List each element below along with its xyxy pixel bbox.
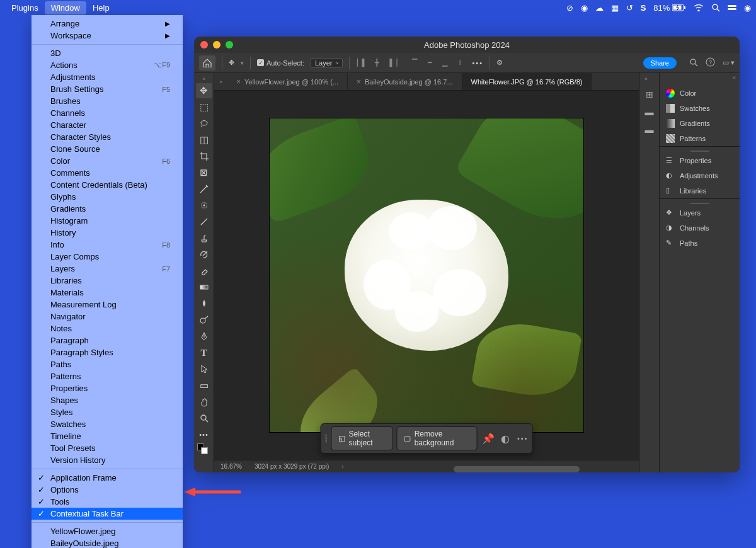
eraser-tool[interactable]: [196, 263, 212, 278]
history-brush-tool[interactable]: [196, 247, 212, 262]
menu-item-histogram[interactable]: Histogram: [32, 215, 183, 227]
menu-item-version-history[interactable]: Version History: [32, 454, 183, 466]
home-button[interactable]: [199, 55, 215, 71]
window-close-button[interactable]: [200, 41, 208, 49]
horizontal-scrollbar[interactable]: [454, 466, 580, 472]
pin-icon[interactable]: 📌: [481, 430, 495, 447]
menu-item-3d[interactable]: 3D: [32, 47, 183, 59]
menu-item-arrange[interactable]: Arrange▶: [32, 18, 183, 30]
tab-baileyoutside[interactable]: ×BaileyOutside.jpeg @ 16.7...: [348, 73, 462, 90]
menu-item-adjustments[interactable]: Adjustments: [32, 71, 183, 83]
search-icon[interactable]: [689, 58, 698, 68]
drag-handle-icon[interactable]: ┇: [324, 432, 328, 445]
align-middle-icon[interactable]: ━: [424, 57, 435, 69]
menu-item-properties[interactable]: Properties: [32, 382, 183, 394]
menu-item-paths[interactable]: Paths: [32, 358, 183, 370]
menu-item-glyphs[interactable]: Glyphs: [32, 191, 183, 203]
panel-icon[interactable]: ▬: [645, 107, 654, 117]
menu-item-layers[interactable]: LayersF7: [32, 263, 183, 275]
blur-tool[interactable]: [196, 296, 212, 311]
panel-channels[interactable]: ◑Channels: [660, 220, 740, 236]
panel-layers[interactable]: ❖Layers: [660, 205, 740, 220]
menu-item-info[interactable]: InfoF8: [32, 239, 183, 251]
spotlight-icon[interactable]: [711, 3, 720, 12]
creative-cloud-icon[interactable]: ◉: [581, 3, 588, 13]
align-right-icon[interactable]: ▐▕: [386, 57, 398, 69]
panel-properties[interactable]: ☰Properties: [660, 153, 740, 168]
contextual-task-bar[interactable]: ┇ ◱Select subject ▢Remove background 📌 ◐…: [321, 423, 533, 454]
chevron-down-icon[interactable]: ▾: [241, 60, 244, 66]
menu-item-timeline[interactable]: Timeline: [32, 430, 183, 442]
spot-healing-tool[interactable]: [196, 198, 212, 213]
transform-icon[interactable]: ◐: [498, 430, 512, 447]
foreground-background-colors[interactable]: [196, 443, 212, 457]
edit-toolbar[interactable]: •••: [196, 427, 212, 442]
brush-tool[interactable]: [196, 214, 212, 229]
pen-tool[interactable]: [196, 329, 212, 344]
control-center-icon[interactable]: [728, 4, 736, 11]
panel-icon[interactable]: ⊞: [646, 89, 653, 100]
zoom-tool[interactable]: [196, 411, 212, 426]
menu-item-styles[interactable]: Styles: [32, 406, 183, 418]
menu-item-measurement-log[interactable]: Measurement Log: [32, 299, 183, 311]
menu-item-doc-yellowflower[interactable]: YellowFlower.jpeg: [32, 525, 183, 537]
more-options-icon[interactable]: •••: [472, 59, 483, 67]
panel-color[interactable]: Color: [660, 86, 740, 101]
battery-status[interactable]: 81%: [653, 3, 686, 13]
gradient-tool[interactable]: [196, 280, 212, 295]
menu-item-content-credentials[interactable]: Content Credentials (Beta): [32, 179, 183, 191]
menu-window[interactable]: Window: [45, 1, 86, 14]
wifi-icon[interactable]: [694, 4, 704, 11]
menu-item-navigator[interactable]: Navigator: [32, 311, 183, 323]
zoom-level[interactable]: 16.67%: [220, 463, 242, 470]
move-tool-icon[interactable]: ✥: [229, 59, 234, 67]
help-icon[interactable]: ?: [706, 57, 715, 68]
tab-whiteflower[interactable]: WhiteFlower.JPG @ 16.7% (RGB/8): [462, 73, 592, 90]
window-maximize-button[interactable]: [226, 41, 233, 49]
menu-plugins[interactable]: Plugins: [5, 1, 45, 14]
panel-libraries[interactable]: ▯Libraries: [660, 183, 740, 198]
hand-tool[interactable]: [196, 394, 212, 409]
expand-tabs-icon[interactable]: »: [214, 73, 227, 90]
menu-item-patterns[interactable]: Patterns: [32, 370, 183, 382]
menu-item-brush-settings[interactable]: Brush SettingsF5: [32, 83, 183, 95]
menu-item-tool-presets[interactable]: Tool Presets: [32, 442, 183, 454]
panel-gradients[interactable]: Gradients: [660, 116, 740, 131]
menu-item-notes[interactable]: Notes: [32, 323, 183, 334]
menu-item-color[interactable]: ColorF6: [32, 155, 183, 167]
lasso-tool[interactable]: [196, 116, 212, 131]
collapse-panels-icon[interactable]: «: [729, 73, 740, 82]
menu-item-shapes[interactable]: Shapes: [32, 394, 183, 406]
marquee-tool[interactable]: ⬚: [196, 100, 212, 115]
menu-item-gradients[interactable]: Gradients: [32, 203, 183, 215]
app-icon[interactable]: S: [641, 3, 646, 13]
do-not-disturb-icon[interactable]: ⊘: [566, 3, 573, 13]
tab-yellowflower[interactable]: ×YellowFlower.jpeg @ 100% (...: [227, 73, 348, 90]
eyedropper-tool[interactable]: [196, 181, 212, 197]
workspace-switcher-icon[interactable]: ▭ ▾: [723, 59, 735, 67]
align-bottom-icon[interactable]: ▁: [439, 57, 450, 69]
frame-tool[interactable]: ⊠: [196, 165, 212, 180]
menu-item-options[interactable]: ✓Options: [32, 484, 183, 496]
time-machine-icon[interactable]: ↺: [626, 3, 633, 13]
remove-background-button[interactable]: ▢Remove background: [397, 426, 478, 450]
align-center-h-icon[interactable]: ╋: [371, 57, 382, 69]
window-minimize-button[interactable]: [213, 41, 220, 49]
expand-tools-icon[interactable]: »: [202, 76, 205, 82]
menu-item-character[interactable]: Character: [32, 119, 183, 131]
menu-item-doc-baileyoutside[interactable]: BaileyOutside.jpeg: [32, 537, 183, 548]
menu-item-swatches[interactable]: Swatches: [32, 418, 183, 430]
menu-item-libraries[interactable]: Libraries: [32, 275, 183, 287]
gear-icon[interactable]: ⚙: [496, 59, 503, 67]
calculator-icon[interactable]: ▦: [611, 3, 619, 13]
clone-stamp-tool[interactable]: [196, 231, 212, 246]
weather-icon[interactable]: ☁: [595, 3, 604, 13]
menu-item-paragraph-styles[interactable]: Paragraph Styles: [32, 346, 183, 358]
auto-select-checkbox[interactable]: ✓: [257, 59, 264, 66]
menu-item-clone-source[interactable]: Clone Source: [32, 143, 183, 155]
panel-adjustments[interactable]: ◐Adjustments: [660, 168, 740, 183]
menu-item-workspace[interactable]: Workspace▶: [32, 30, 183, 42]
document-dimensions[interactable]: 3024 px x 3029 px (72 ppi): [255, 463, 329, 470]
menu-item-tools-toggle[interactable]: ✓Tools: [32, 496, 183, 508]
panel-paths[interactable]: ✎Paths: [660, 236, 740, 251]
